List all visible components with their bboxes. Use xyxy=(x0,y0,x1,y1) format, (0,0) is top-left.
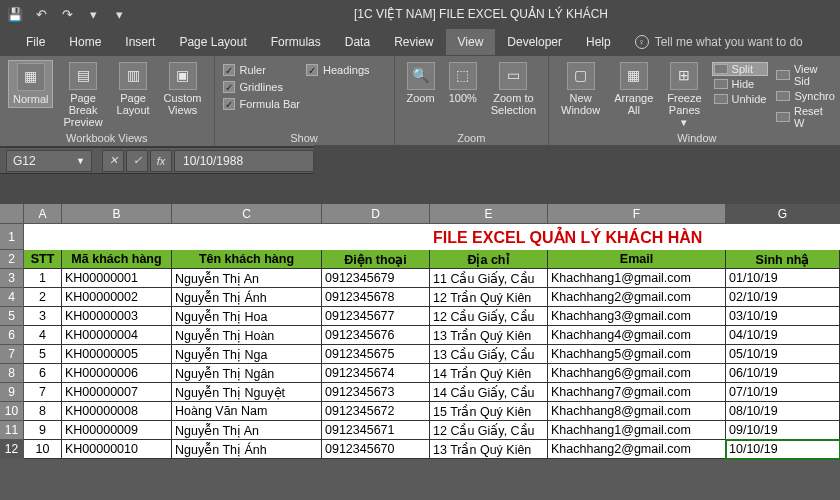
reset-button[interactable]: Reset W xyxy=(774,104,836,130)
row-header[interactable]: 3 xyxy=(0,269,24,288)
cell-ma[interactable]: KH00000010 xyxy=(62,440,172,459)
col-header-E[interactable]: E xyxy=(430,204,548,224)
cell-stt[interactable]: 9 xyxy=(24,421,62,440)
cell-dt[interactable]: 0912345674 xyxy=(322,364,430,383)
cell-ma[interactable]: KH00000002 xyxy=(62,288,172,307)
cell-stt[interactable]: 4 xyxy=(24,326,62,345)
hdr-dt[interactable]: Điện thoại xyxy=(322,250,430,269)
cell-ten[interactable]: Nguyễn Thị Ánh xyxy=(172,440,322,459)
row-header[interactable]: 8 xyxy=(0,364,24,383)
cell-email[interactable]: Khachhang5@gmail.com xyxy=(548,345,726,364)
cell-email[interactable]: Khachhang8@gmail.com xyxy=(548,402,726,421)
new-window-button[interactable]: ▢NewWindow xyxy=(557,60,604,118)
tab-file[interactable]: File xyxy=(14,29,57,55)
cell-dt[interactable]: 0912345675 xyxy=(322,345,430,364)
col-header-B[interactable]: B xyxy=(62,204,172,224)
row-header[interactable]: 1 xyxy=(0,224,24,250)
cell-ma[interactable]: KH00000007 xyxy=(62,383,172,402)
cell-sn[interactable]: 08/10/19 xyxy=(726,402,840,421)
zoom-selection-button[interactable]: ▭Zoom toSelection xyxy=(487,60,540,118)
cell-stt[interactable]: 2 xyxy=(24,288,62,307)
cell-email[interactable]: Khachhang1@gmail.com xyxy=(548,269,726,288)
cell-ma[interactable]: KH00000009 xyxy=(62,421,172,440)
cell-dt[interactable]: 0912345679 xyxy=(322,269,430,288)
cell-dc[interactable]: 13 Cầu Giấy, Cầu xyxy=(430,345,548,364)
cell-email[interactable]: Khachhang2@gmail.com xyxy=(548,288,726,307)
cell-email[interactable]: Khachhang3@gmail.com xyxy=(548,307,726,326)
gridlines-checkbox[interactable]: ✓Gridlines xyxy=(223,80,301,94)
cell-ma[interactable]: KH00000003 xyxy=(62,307,172,326)
hdr-stt[interactable]: STT xyxy=(24,250,62,269)
tab-home[interactable]: Home xyxy=(57,29,113,55)
row-header[interactable]: 11 xyxy=(0,421,24,440)
cell-ma[interactable]: KH00000005 xyxy=(62,345,172,364)
cell[interactable] xyxy=(172,224,322,250)
page-break-preview-button[interactable]: ▤Page BreakPreview xyxy=(59,60,106,130)
row-header[interactable]: 10 xyxy=(0,402,24,421)
save-icon[interactable]: 💾 xyxy=(6,5,24,23)
cell-ma[interactable]: KH00000008 xyxy=(62,402,172,421)
cell-dc[interactable]: 13 Trần Quý Kiên xyxy=(430,326,548,345)
cell-sn[interactable]: 07/10/19 xyxy=(726,383,840,402)
cell-ten[interactable]: Nguyễn Thị Hoàn xyxy=(172,326,322,345)
name-box[interactable]: G12▼ xyxy=(6,150,92,172)
cell-dt[interactable]: 0912345677 xyxy=(322,307,430,326)
cell-sn[interactable]: 10/10/19 xyxy=(726,440,840,459)
cell-dc[interactable]: 13 Trần Quý Kiên xyxy=(430,440,548,459)
cell[interactable] xyxy=(62,224,172,250)
cell-sn[interactable]: 02/10/19 xyxy=(726,288,840,307)
cell-dt[interactable]: 0912345678 xyxy=(322,288,430,307)
synchro-button[interactable]: Synchro xyxy=(774,89,836,103)
tab-page-layout[interactable]: Page Layout xyxy=(167,29,258,55)
select-all-corner[interactable] xyxy=(0,204,24,224)
freeze-panes-button[interactable]: ⊞FreezePanes ▾ xyxy=(663,60,705,130)
cell-stt[interactable]: 3 xyxy=(24,307,62,326)
formula-input[interactable]: 10/10/1988 xyxy=(174,150,314,172)
cell-ten[interactable]: Nguyễn Thị Ánh xyxy=(172,288,322,307)
col-header-D[interactable]: D xyxy=(322,204,430,224)
cell-sn[interactable]: 09/10/19 xyxy=(726,421,840,440)
cell-stt[interactable]: 10 xyxy=(24,440,62,459)
customize-qat-icon[interactable]: ▾ xyxy=(84,5,102,23)
unhide-button[interactable]: Unhide xyxy=(712,92,769,106)
redo-icon[interactable]: ↷ xyxy=(58,5,76,23)
hdr-dc[interactable]: Địa chỉ xyxy=(430,250,548,269)
zoom-100-button[interactable]: ⬚100% xyxy=(445,60,481,106)
cell-stt[interactable]: 5 xyxy=(24,345,62,364)
tab-view[interactable]: View xyxy=(446,29,496,55)
cell[interactable] xyxy=(24,224,62,250)
cell-ma[interactable]: KH00000006 xyxy=(62,364,172,383)
cell-email[interactable]: Khachhang6@gmail.com xyxy=(548,364,726,383)
cell-ten[interactable]: Nguyễn Thị An xyxy=(172,269,322,288)
row-header[interactable]: 12 xyxy=(0,440,24,459)
row-header[interactable]: 4 xyxy=(0,288,24,307)
split-button[interactable]: Split xyxy=(712,62,769,76)
cell-stt[interactable]: 8 xyxy=(24,402,62,421)
cell-dc[interactable]: 11 Cầu Giấy, Cầu xyxy=(430,269,548,288)
headings-checkbox[interactable]: ✓Headings xyxy=(306,63,369,77)
cell-dt[interactable]: 0912345676 xyxy=(322,326,430,345)
worksheet[interactable]: A B C D E F G 1FILE EXCEL QUẢN LÝ KHÁCH … xyxy=(0,204,840,459)
page-layout-button[interactable]: ▥PageLayout xyxy=(113,60,154,118)
col-header-F[interactable]: F xyxy=(548,204,726,224)
cell-sn[interactable]: 06/10/19 xyxy=(726,364,840,383)
row-header[interactable]: 6 xyxy=(0,326,24,345)
tab-data[interactable]: Data xyxy=(333,29,382,55)
qat-more-icon[interactable]: ▾ xyxy=(110,5,128,23)
cell-email[interactable]: Khachhang7@gmail.com xyxy=(548,383,726,402)
cell-dc[interactable]: 15 Trần Quý Kiên xyxy=(430,402,548,421)
arrange-all-button[interactable]: ▦ArrangeAll xyxy=(610,60,657,118)
cell-stt[interactable]: 7 xyxy=(24,383,62,402)
cell-dc[interactable]: 14 Trần Quý Kiên xyxy=(430,364,548,383)
cell-email[interactable]: Khachhang2@gmail.com xyxy=(548,440,726,459)
cell-ten[interactable]: Nguyễn Thị Ngân xyxy=(172,364,322,383)
cell-email[interactable]: Khachhang1@gmail.com xyxy=(548,421,726,440)
cell-sn[interactable]: 01/10/19 xyxy=(726,269,840,288)
cell[interactable] xyxy=(322,224,430,250)
cell-dt[interactable]: 0912345672 xyxy=(322,402,430,421)
row-header[interactable]: 2 xyxy=(0,250,24,269)
hdr-ten[interactable]: Tên khách hàng xyxy=(172,250,322,269)
tab-review[interactable]: Review xyxy=(382,29,445,55)
fx-button[interactable]: fx xyxy=(150,150,172,172)
row-header[interactable]: 7 xyxy=(0,345,24,364)
